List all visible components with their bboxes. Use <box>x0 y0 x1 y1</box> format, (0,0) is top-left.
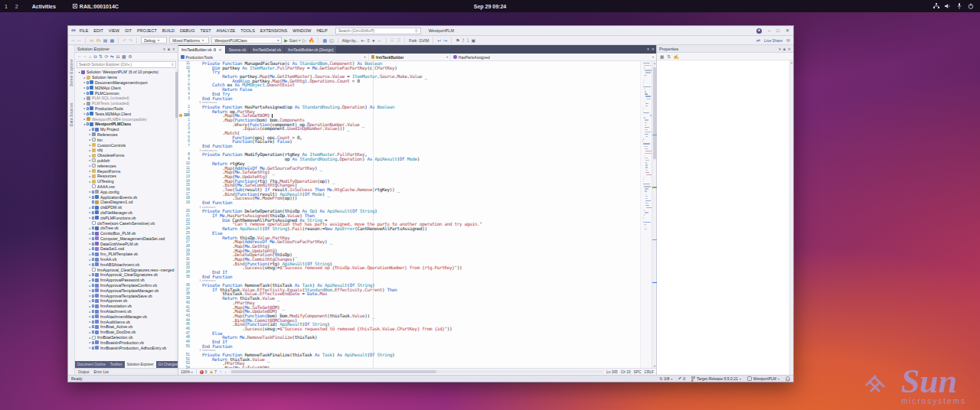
minimap[interactable] <box>640 61 652 368</box>
account-avatar[interactable] <box>756 28 762 34</box>
open-file-icon[interactable]: 🗀 <box>96 37 101 44</box>
tree-item[interactable]: ▸ComboBox_PLM.vb <box>75 231 178 236</box>
network-icon[interactable] <box>933 3 939 9</box>
explorer-back-icon[interactable]: ⇦ <box>77 54 81 60</box>
menu-extensions[interactable]: EXTENSIONS <box>260 28 287 33</box>
git-branch-button[interactable]: Target-Release-5.5.0.21▾ <box>691 376 741 382</box>
tool-tab-solution-explorer[interactable]: Solution Explorer <box>125 361 156 368</box>
tree-item[interactable]: ▸DataGridViewPLM.vb <box>75 241 178 246</box>
tool-tab-error-list[interactable]: Error List <box>93 370 108 374</box>
tree-item[interactable]: ▸frmAttachment.vb <box>75 309 178 314</box>
tree-item[interactable]: ▸frmBoat_Active.vb <box>75 324 178 330</box>
menu-tools[interactable]: TOOLS <box>240 28 255 33</box>
panel-chevron-icon[interactable]: ▾ <box>779 47 781 51</box>
line-indicator[interactable]: Ln 305 <box>606 370 618 374</box>
document-tab[interactable]: frmTaskDetail.vb <box>250 46 284 54</box>
tree-item[interactable]: ▸Solution Items <box>75 75 178 80</box>
tree-item[interactable]: clsTree(sort-CaseInSensitive).vb <box>75 220 178 226</box>
tree-item[interactable]: AAAA.xsx <box>75 184 178 190</box>
maximize-button[interactable]: □ <box>776 28 779 33</box>
tree-item[interactable]: ▸References <box>75 132 178 138</box>
collapse-all-icon[interactable]: ⊟ <box>116 54 120 60</box>
search-input[interactable] <box>338 28 413 33</box>
tree-item[interactable]: ▸clsPLMFunctions.vb <box>75 215 178 220</box>
startup-project-dropdown[interactable]: WestportPLMClass▾ <box>211 37 282 44</box>
tool-tab-git-changes[interactable]: Git Changes <box>156 361 181 368</box>
properties-scrollbar[interactable]: ▴ <box>789 60 793 375</box>
tab-list-chevron-icon[interactable]: ▾ <box>647 47 649 51</box>
tree-item[interactable]: ▸PLMTests (unloaded) <box>75 101 178 106</box>
clock[interactable]: Sep 29 09:24 <box>474 4 506 9</box>
align-by-button[interactable]: Align by... <box>342 38 359 43</box>
tree-item[interactable]: ▸obj <box>75 148 178 153</box>
document-tab[interactable]: frmTaskBuilder.vb [Design] <box>285 46 336 54</box>
save-all-icon[interactable]: ▦ <box>109 37 114 44</box>
start-without-debugging-icon[interactable]: ▷ <box>302 37 306 44</box>
gvim-tool-button[interactable]: GVIM <box>419 38 429 43</box>
navigate-backward-history-icon[interactable]: ↩ <box>437 37 441 44</box>
tree-item[interactable]: ▸WestportPLMB4 (incompatible) <box>75 116 178 122</box>
tree-item[interactable]: ▸UITesting <box>75 179 178 184</box>
error-count[interactable]: ✕0 <box>200 370 207 374</box>
menu-edit[interactable]: EDIT <box>93 28 103 33</box>
solution-explorer-search-input[interactable] <box>79 63 172 67</box>
feedback-icon[interactable]: ✉ <box>786 37 790 44</box>
alphabetical-icon[interactable]: ⇅ <box>667 54 671 59</box>
menu-help[interactable]: HELP <box>316 28 327 33</box>
switch-views-icon[interactable]: ⧉ <box>93 54 96 60</box>
tree-item[interactable]: ▸frmApprovalTemplateSave.vb <box>75 293 178 298</box>
repository-button[interactable]: WestportPLM▾ <box>747 376 779 381</box>
refresh-icon[interactable]: ⟳ <box>105 54 109 60</box>
tree-item[interactable]: ▸frmABSAttachment.vb <box>75 262 178 267</box>
tree-item[interactable]: ▸frmBoatsInProduction_AdhocEntry.vb <box>75 345 178 350</box>
start-debugging-button[interactable]: ▶Start▾ <box>284 37 300 44</box>
tree-item[interactable]: ▸frmAssociation.vb <box>75 304 178 309</box>
tree-item[interactable]: ▸frmAuditItems.vb <box>75 319 178 324</box>
sync-active-document-icon[interactable]: ⇆ <box>110 54 114 60</box>
tree-item[interactable]: ▸ProductionTools <box>75 106 178 112</box>
menu-build[interactable]: BUILD <box>162 28 175 33</box>
tree-item[interactable]: ▸frmAttachmentManager.vb <box>75 314 178 319</box>
panel-pin-icon[interactable]: ■ <box>783 47 786 51</box>
zoom-level-dropdown[interactable]: 100% ▾ <box>181 370 193 374</box>
microphone-icon[interactable] <box>956 3 962 9</box>
pending-edits-button[interactable]: 0 <box>678 376 685 381</box>
tree-item[interactable]: ▸CustomControls <box>75 142 178 148</box>
undo-icon[interactable]: ↶ <box>122 37 126 44</box>
categorized-icon[interactable]: ▦ <box>660 54 664 59</box>
server-explorer-vertical-tab[interactable]: Server Explorer <box>68 47 75 88</box>
redo-icon[interactable]: ↷ <box>129 37 132 44</box>
properties-page-icon[interactable]: ⚙ <box>128 54 132 60</box>
tree-item[interactable]: ▸ReportForms <box>75 168 178 174</box>
tree-item[interactable]: ▸references <box>75 163 178 168</box>
code-editor[interactable]: 1110987654321305123456789101112131415161… <box>178 61 656 368</box>
document-tab[interactable]: Source.vb <box>226 46 250 54</box>
tree-item[interactable]: ▸frm_PLMTemplate.vb <box>75 252 178 257</box>
uncomment-icon[interactable]: ☴ <box>397 37 400 44</box>
document-tab[interactable]: frmTaskBuilder.vb✕ <box>178 46 225 54</box>
breadcrumb-member[interactable]: HasPartsAssigned▾ <box>451 54 656 60</box>
data-sources-vertical-tab[interactable]: Data Sources <box>68 91 75 128</box>
align-left-icon[interactable]: ⇤ <box>361 37 364 44</box>
menu-git[interactable]: GIT <box>125 28 132 33</box>
tree-item[interactable]: ▸My Project <box>75 127 178 132</box>
panel-close-icon[interactable]: ✕ <box>788 47 791 51</box>
menu-debug[interactable]: DEBUG <box>180 28 195 33</box>
tree-item[interactable]: ▸frmAA.vb <box>75 257 178 262</box>
tree-item[interactable]: ▸frmBoatsInProduction.vb <box>75 340 178 345</box>
editor-vertical-scrollbar[interactable]: ▴ ▾ <box>652 61 656 368</box>
tool-tab-output[interactable]: Output <box>78 370 89 374</box>
find-in-files-icon[interactable]: ▩ <box>322 37 327 44</box>
close-tab-icon[interactable]: ✕ <box>218 47 221 52</box>
power-icon[interactable] <box>968 3 974 9</box>
next-issue-icon[interactable]: ↓ <box>224 370 226 374</box>
menu-file[interactable]: FILE <box>80 28 89 33</box>
navigate-forward-icon[interactable]: ⇨ <box>77 37 81 44</box>
show-all-files-icon[interactable]: ▩ <box>122 54 126 60</box>
tree-item[interactable]: ▸DataSet1.xsd <box>75 246 178 252</box>
tree-item[interactable]: ▸ObsoleteForms <box>75 153 178 158</box>
warning-count[interactable]: 7 <box>210 370 217 374</box>
tree-item[interactable]: ▸clsFileManager.vb <box>75 210 178 216</box>
tree-item[interactable]: ▸Tests.M2MApi.Client <box>75 111 178 116</box>
tree-item[interactable]: ▸Computer_ManagementDataSet.xsd <box>75 236 178 242</box>
